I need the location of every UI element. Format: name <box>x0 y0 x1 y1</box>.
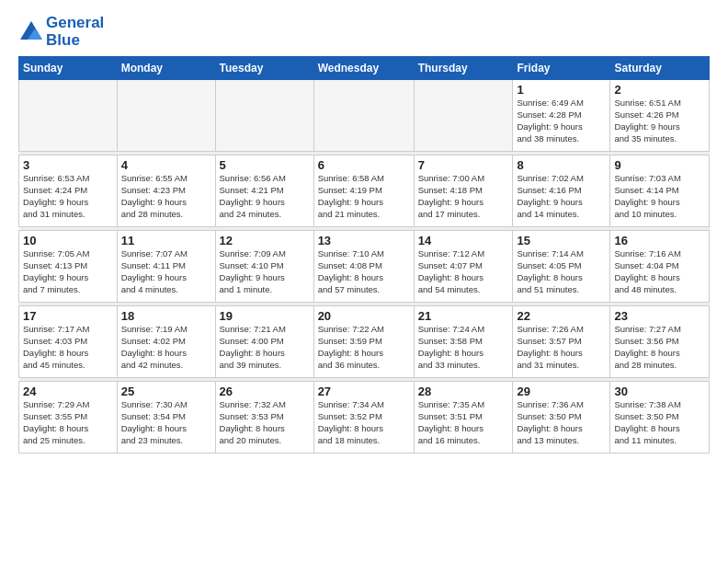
day-number: 20 <box>318 309 410 323</box>
calendar-day: 24Sunrise: 7:29 AM Sunset: 3:55 PM Dayli… <box>19 382 118 454</box>
day-number: 14 <box>418 234 509 247</box>
calendar-day: 19Sunrise: 7:21 AM Sunset: 4:00 PM Dayli… <box>215 306 313 378</box>
calendar-day: 21Sunrise: 7:24 AM Sunset: 3:58 PM Dayli… <box>414 306 513 378</box>
day-info: Sunrise: 7:29 AM Sunset: 3:55 PM Dayligh… <box>23 399 113 446</box>
page: General Blue SundayMondayTuesdayWednesda… <box>0 0 728 563</box>
header: General Blue <box>18 15 710 49</box>
calendar-day: 11Sunrise: 7:07 AM Sunset: 4:11 PM Dayli… <box>117 231 215 303</box>
day-info: Sunrise: 7:27 AM Sunset: 3:56 PM Dayligh… <box>614 324 705 371</box>
day-info: Sunrise: 7:05 AM Sunset: 4:13 PM Dayligh… <box>23 248 113 295</box>
day-info: Sunrise: 7:00 AM Sunset: 4:18 PM Dayligh… <box>418 173 509 220</box>
calendar-day: 3Sunrise: 6:53 AM Sunset: 4:24 PM Daylig… <box>19 155 118 227</box>
calendar-header-row: SundayMondayTuesdayWednesdayThursdayFrid… <box>19 57 710 80</box>
day-number: 30 <box>614 385 705 398</box>
logo-text: General Blue <box>46 15 104 49</box>
calendar-day: 13Sunrise: 7:10 AM Sunset: 4:08 PM Dayli… <box>313 231 414 303</box>
day-info: Sunrise: 7:02 AM Sunset: 4:16 PM Dayligh… <box>517 173 606 220</box>
day-number: 17 <box>23 309 113 323</box>
day-number: 11 <box>121 234 211 247</box>
day-number: 22 <box>517 309 606 323</box>
logo: General Blue <box>18 15 104 49</box>
day-number: 12 <box>220 234 310 247</box>
day-info: Sunrise: 7:36 AM Sunset: 3:50 PM Dayligh… <box>517 399 606 446</box>
calendar-day: 7Sunrise: 7:00 AM Sunset: 4:18 PM Daylig… <box>414 155 513 227</box>
day-number: 8 <box>517 158 606 172</box>
calendar-day <box>117 80 215 152</box>
calendar-day: 28Sunrise: 7:35 AM Sunset: 3:51 PM Dayli… <box>414 382 513 454</box>
column-header-saturday: Saturday <box>610 57 710 80</box>
calendar-week-5: 24Sunrise: 7:29 AM Sunset: 3:55 PM Dayli… <box>19 382 710 454</box>
day-number: 29 <box>517 385 606 398</box>
day-info: Sunrise: 7:26 AM Sunset: 3:57 PM Dayligh… <box>517 324 606 371</box>
day-number: 27 <box>318 385 410 398</box>
day-info: Sunrise: 7:35 AM Sunset: 3:51 PM Dayligh… <box>418 399 509 446</box>
calendar-day: 25Sunrise: 7:30 AM Sunset: 3:54 PM Dayli… <box>117 382 215 454</box>
day-info: Sunrise: 7:22 AM Sunset: 3:59 PM Dayligh… <box>318 324 410 371</box>
logo-icon <box>18 19 44 45</box>
calendar-day: 27Sunrise: 7:34 AM Sunset: 3:52 PM Dayli… <box>313 382 414 454</box>
day-number: 23 <box>614 309 705 323</box>
day-number: 3 <box>23 158 113 172</box>
column-header-thursday: Thursday <box>414 57 513 80</box>
day-number: 18 <box>121 309 211 323</box>
day-info: Sunrise: 7:07 AM Sunset: 4:11 PM Dayligh… <box>121 248 211 295</box>
day-number: 21 <box>418 309 509 323</box>
calendar-day: 5Sunrise: 6:56 AM Sunset: 4:21 PM Daylig… <box>215 155 313 227</box>
calendar-day: 22Sunrise: 7:26 AM Sunset: 3:57 PM Dayli… <box>513 306 610 378</box>
day-info: Sunrise: 7:30 AM Sunset: 3:54 PM Dayligh… <box>121 399 211 446</box>
calendar-table: SundayMondayTuesdayWednesdayThursdayFrid… <box>18 56 710 454</box>
column-header-sunday: Sunday <box>19 57 118 80</box>
day-info: Sunrise: 7:21 AM Sunset: 4:00 PM Dayligh… <box>220 324 310 371</box>
day-info: Sunrise: 7:16 AM Sunset: 4:04 PM Dayligh… <box>614 248 705 295</box>
day-info: Sunrise: 7:24 AM Sunset: 3:58 PM Dayligh… <box>418 324 509 371</box>
day-number: 19 <box>220 309 310 323</box>
column-header-tuesday: Tuesday <box>215 57 313 80</box>
day-info: Sunrise: 7:38 AM Sunset: 3:50 PM Dayligh… <box>614 399 705 446</box>
day-number: 2 <box>614 83 705 97</box>
day-info: Sunrise: 7:12 AM Sunset: 4:07 PM Dayligh… <box>418 248 509 295</box>
calendar-day: 16Sunrise: 7:16 AM Sunset: 4:04 PM Dayli… <box>610 231 710 303</box>
day-info: Sunrise: 7:17 AM Sunset: 4:03 PM Dayligh… <box>23 324 113 371</box>
day-number: 5 <box>220 158 310 172</box>
calendar-day: 8Sunrise: 7:02 AM Sunset: 4:16 PM Daylig… <box>513 155 610 227</box>
day-info: Sunrise: 7:19 AM Sunset: 4:02 PM Dayligh… <box>121 324 211 371</box>
calendar-day <box>313 80 414 152</box>
day-info: Sunrise: 7:10 AM Sunset: 4:08 PM Dayligh… <box>318 248 410 295</box>
calendar-day: 4Sunrise: 6:55 AM Sunset: 4:23 PM Daylig… <box>117 155 215 227</box>
column-header-monday: Monday <box>117 57 215 80</box>
column-header-friday: Friday <box>513 57 610 80</box>
day-number: 25 <box>121 385 211 398</box>
calendar-day: 9Sunrise: 7:03 AM Sunset: 4:14 PM Daylig… <box>610 155 710 227</box>
calendar-day: 14Sunrise: 7:12 AM Sunset: 4:07 PM Dayli… <box>414 231 513 303</box>
calendar-week-2: 3Sunrise: 6:53 AM Sunset: 4:24 PM Daylig… <box>19 155 710 227</box>
calendar-day: 30Sunrise: 7:38 AM Sunset: 3:50 PM Dayli… <box>610 382 710 454</box>
day-number: 13 <box>318 234 410 247</box>
day-number: 26 <box>220 385 310 398</box>
calendar-week-3: 10Sunrise: 7:05 AM Sunset: 4:13 PM Dayli… <box>19 231 710 303</box>
calendar-day: 18Sunrise: 7:19 AM Sunset: 4:02 PM Dayli… <box>117 306 215 378</box>
calendar-day: 10Sunrise: 7:05 AM Sunset: 4:13 PM Dayli… <box>19 231 118 303</box>
day-number: 9 <box>614 158 705 172</box>
calendar-day: 12Sunrise: 7:09 AM Sunset: 4:10 PM Dayli… <box>215 231 313 303</box>
day-number: 1 <box>517 83 606 97</box>
calendar-day: 26Sunrise: 7:32 AM Sunset: 3:53 PM Dayli… <box>215 382 313 454</box>
day-number: 4 <box>121 158 211 172</box>
calendar-day: 6Sunrise: 6:58 AM Sunset: 4:19 PM Daylig… <box>313 155 414 227</box>
day-info: Sunrise: 7:34 AM Sunset: 3:52 PM Dayligh… <box>318 399 410 446</box>
day-info: Sunrise: 7:09 AM Sunset: 4:10 PM Dayligh… <box>220 248 310 295</box>
calendar-day: 20Sunrise: 7:22 AM Sunset: 3:59 PM Dayli… <box>313 306 414 378</box>
day-info: Sunrise: 6:56 AM Sunset: 4:21 PM Dayligh… <box>220 173 310 220</box>
calendar-day: 17Sunrise: 7:17 AM Sunset: 4:03 PM Dayli… <box>19 306 118 378</box>
day-number: 16 <box>614 234 705 247</box>
day-info: Sunrise: 7:14 AM Sunset: 4:05 PM Dayligh… <box>517 248 606 295</box>
calendar-day: 29Sunrise: 7:36 AM Sunset: 3:50 PM Dayli… <box>513 382 610 454</box>
day-info: Sunrise: 6:49 AM Sunset: 4:28 PM Dayligh… <box>517 98 606 144</box>
calendar-day: 15Sunrise: 7:14 AM Sunset: 4:05 PM Dayli… <box>513 231 610 303</box>
day-info: Sunrise: 6:58 AM Sunset: 4:19 PM Dayligh… <box>318 173 410 220</box>
day-info: Sunrise: 6:55 AM Sunset: 4:23 PM Dayligh… <box>121 173 211 220</box>
day-number: 28 <box>418 385 509 398</box>
day-info: Sunrise: 6:51 AM Sunset: 4:26 PM Dayligh… <box>614 98 705 144</box>
calendar-day <box>414 80 513 152</box>
calendar-day <box>19 80 118 152</box>
calendar-week-4: 17Sunrise: 7:17 AM Sunset: 4:03 PM Dayli… <box>19 306 710 378</box>
